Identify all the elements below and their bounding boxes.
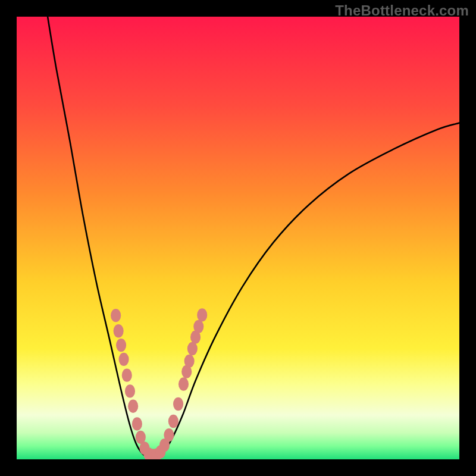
plot-area bbox=[17, 17, 459, 459]
chart-stage: { "watermark": "TheBottleneck.com", "cha… bbox=[0, 0, 476, 476]
data-marker bbox=[114, 324, 124, 337]
data-marker bbox=[118, 353, 129, 366]
data-marker bbox=[116, 339, 126, 352]
data-marker bbox=[122, 368, 132, 381]
data-marker bbox=[197, 308, 207, 321]
data-marker bbox=[128, 400, 138, 413]
data-marker bbox=[111, 309, 121, 322]
data-marker bbox=[187, 342, 198, 355]
data-marker bbox=[164, 428, 174, 441]
data-marker bbox=[168, 415, 178, 428]
data-marker bbox=[132, 417, 142, 430]
data-markers bbox=[111, 308, 207, 459]
data-marker bbox=[184, 355, 195, 368]
data-marker bbox=[193, 320, 203, 333]
data-marker bbox=[178, 377, 189, 390]
data-marker bbox=[125, 384, 135, 397]
bottleneck-curve bbox=[17, 17, 459, 459]
data-marker bbox=[173, 397, 183, 411]
